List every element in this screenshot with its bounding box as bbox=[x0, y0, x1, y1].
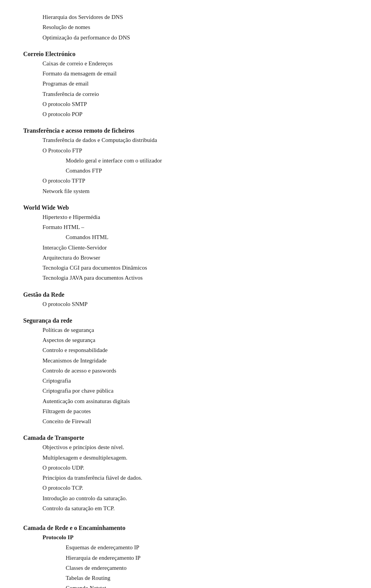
item-principios: Princípios da transferência fiável de da… bbox=[23, 473, 348, 482]
item-ftp: O Protocolo FTP bbox=[23, 146, 348, 155]
item-criptografia: Criptografia bbox=[23, 376, 348, 385]
header-transferencia: Transferência e acesso remoto de ficheir… bbox=[23, 127, 348, 134]
item-hierarquia-ip: Hierarquia de endereçamento IP bbox=[23, 554, 348, 562]
item-firewall: Conceito de Firewall bbox=[23, 417, 348, 426]
header-correio: Correio Electrónico bbox=[23, 51, 348, 58]
item-pop: O protocolo POP bbox=[23, 110, 348, 119]
item-programas: Programas de email bbox=[23, 79, 348, 88]
item-dns-optimization: Optimização da performance do DNS bbox=[23, 33, 348, 42]
item-modelo-geral: Modelo geral e interface com o utilizado… bbox=[23, 156, 348, 165]
item-controlo-resp: Controlo e responsabilidade bbox=[23, 346, 348, 355]
item-politicas: Políticas de segurança bbox=[23, 326, 348, 335]
item-transferencia-dados: Transferência de dados e Computação dist… bbox=[23, 136, 348, 145]
item-formato-html: Formato HTML – bbox=[23, 223, 348, 232]
item-tcp: O protocolo TCP. bbox=[23, 484, 348, 492]
item-comandos-html: Comandos HTML bbox=[23, 233, 348, 242]
item-arquitectura: Arquitectura do Browser bbox=[23, 253, 348, 262]
item-intro-saturacao: Introdução ao controlo da saturação. bbox=[23, 494, 348, 503]
header-www: World Wide Web bbox=[23, 204, 348, 211]
header-seguranca: Segurança da rede bbox=[23, 317, 348, 324]
page-content: Hierarquia dos Servidores de DNS Resoluç… bbox=[0, 0, 371, 588]
item-tftp: O protocolo TFTP bbox=[23, 176, 348, 185]
item-nfs: Network file system bbox=[23, 187, 348, 196]
item-snmp: O protocolo SNMP bbox=[23, 300, 348, 309]
item-cgi: Tecnologia CGI para documentos Dinâmicos bbox=[23, 263, 348, 272]
item-interaccao: Interacção Cliente-Servidor bbox=[23, 243, 348, 252]
item-dns-hierarchy: Hierarquia dos Servidores de DNS bbox=[23, 13, 348, 22]
item-transferencia-correio: Transferência de correio bbox=[23, 90, 348, 99]
item-formato-mensagem: Formato da mensagem de email bbox=[23, 69, 348, 78]
item-dns-resolution: Resolução de nomes bbox=[23, 23, 348, 32]
item-saturacao-tcp: Controlo da saturação em TCP. bbox=[23, 504, 348, 513]
item-autenticacao: Autenticação com assinaturas digitais bbox=[23, 397, 348, 406]
item-caixas: Caixas de correio e Endereços bbox=[23, 59, 348, 68]
header-transporte: Camada de Transporte bbox=[23, 434, 348, 441]
item-smtp: O protocolo SMTP bbox=[23, 100, 348, 109]
item-udp: O protocolo UDP. bbox=[23, 463, 348, 472]
item-aspectos: Aspectos de segurança bbox=[23, 336, 348, 345]
item-controlo-acesso: Controlo de acesso e passwords bbox=[23, 366, 348, 375]
item-protocolo-ip: Protocolo IP bbox=[23, 533, 348, 542]
item-multiplexagem: Multiplexagem e desmultiplexagem. bbox=[23, 453, 348, 462]
item-java: Tecnologia JAVA para documentos Activos bbox=[23, 273, 348, 282]
item-objectivos: Objectivos e princípios deste nível. bbox=[23, 443, 348, 452]
item-comandos-ftp: Comandos FTP bbox=[23, 166, 348, 175]
header-gestao: Gestão da Rede bbox=[23, 291, 348, 298]
item-routing: Tabelas de Routing bbox=[23, 574, 348, 583]
item-hipertexto: Hipertexto e Hipermédia bbox=[23, 213, 348, 222]
item-mecanismos: Mecanismos de Integridade bbox=[23, 356, 348, 365]
item-netstat: Comando Netstat bbox=[23, 584, 348, 588]
item-esquemas: Esquemas de endereçamento IP bbox=[23, 543, 348, 552]
item-classes: Classes de endereçamento bbox=[23, 564, 348, 573]
item-filtragem: Filtragem de pacotes bbox=[23, 407, 348, 416]
header-rede-encaminhamento: Camada de Rede e o Encaminhamento bbox=[23, 525, 348, 532]
item-chave-publica: Criptografia por chave pública bbox=[23, 386, 348, 395]
